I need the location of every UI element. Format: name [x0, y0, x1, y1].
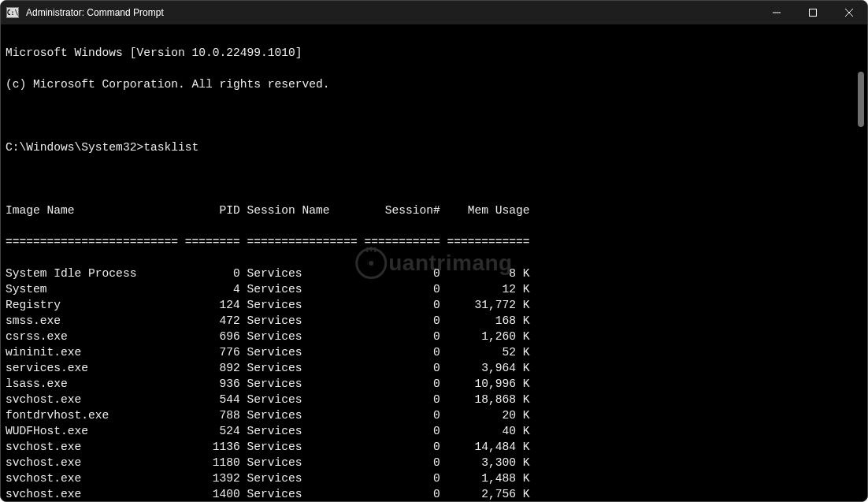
tasklist-row: svchost.exe 1400 Services 0 2,756 K — [6, 486, 859, 501]
tasklist-row: smss.exe 472 Services 0 168 K — [6, 313, 859, 329]
terminal-output[interactable]: Microsoft Windows [Version 10.0.22499.10… — [1, 24, 867, 501]
prompt-line: C:\Windows\System32>tasklist — [6, 139, 859, 155]
tasklist-row: csrss.exe 696 Services 0 1,260 K — [6, 329, 859, 344]
minimize-icon — [773, 9, 781, 17]
blank-line — [6, 108, 859, 124]
maximize-icon — [809, 9, 817, 17]
tasklist-header: Image Name PID Session Name Session# Mem… — [6, 203, 859, 218]
close-icon — [845, 9, 853, 17]
svg-rect-1 — [810, 9, 817, 17]
tasklist-row: System Idle Process 0 Services 0 8 K — [6, 266, 859, 281]
minimize-button[interactable] — [759, 1, 795, 24]
tasklist-row: svchost.exe 544 Services 0 18,868 K — [6, 392, 859, 407]
prompt-command: tasklist — [143, 141, 198, 154]
banner-line: (c) Microsoft Corporation. All rights re… — [6, 76, 859, 92]
cmd-app-icon: C:\ — [6, 7, 19, 18]
tasklist-row: services.exe 892 Services 0 3,964 K — [6, 360, 859, 376]
tasklist-row: svchost.exe 1392 Services 0 1,488 K — [6, 470, 859, 486]
window-title: Administrator: Command Prompt — [24, 7, 759, 18]
app-icon-wrap: C:\ — [1, 7, 24, 18]
tasklist-row: fontdrvhost.exe 788 Services 0 20 K — [6, 407, 859, 423]
command-prompt-window: C:\ Administrator: Command Prompt Micros… — [0, 0, 868, 502]
blank-line — [6, 171, 859, 187]
banner-line: Microsoft Windows [Version 10.0.22499.10… — [6, 45, 859, 61]
maximize-button[interactable] — [795, 1, 831, 24]
tasklist-row: Registry 124 Services 0 31,772 K — [6, 297, 859, 313]
prompt-path: C:\Windows\System32> — [6, 141, 143, 154]
tasklist-row: svchost.exe 1180 Services 0 3,300 K — [6, 455, 859, 470]
titlebar[interactable]: C:\ Administrator: Command Prompt — [1, 1, 867, 24]
window-buttons — [759, 1, 867, 24]
close-button[interactable] — [831, 1, 867, 24]
tasklist-separator: ========================= ======== =====… — [6, 234, 859, 250]
tasklist-row: WUDFHost.exe 524 Services 0 40 K — [6, 423, 859, 439]
scrollbar-thumb[interactable] — [858, 72, 864, 127]
tasklist-row: lsass.exe 936 Services 0 10,996 K — [6, 376, 859, 392]
tasklist-row: wininit.exe 776 Services 0 52 K — [6, 344, 859, 360]
tasklist-row: System 4 Services 0 12 K — [6, 281, 859, 297]
tasklist-row: svchost.exe 1136 Services 0 14,484 K — [6, 439, 859, 455]
